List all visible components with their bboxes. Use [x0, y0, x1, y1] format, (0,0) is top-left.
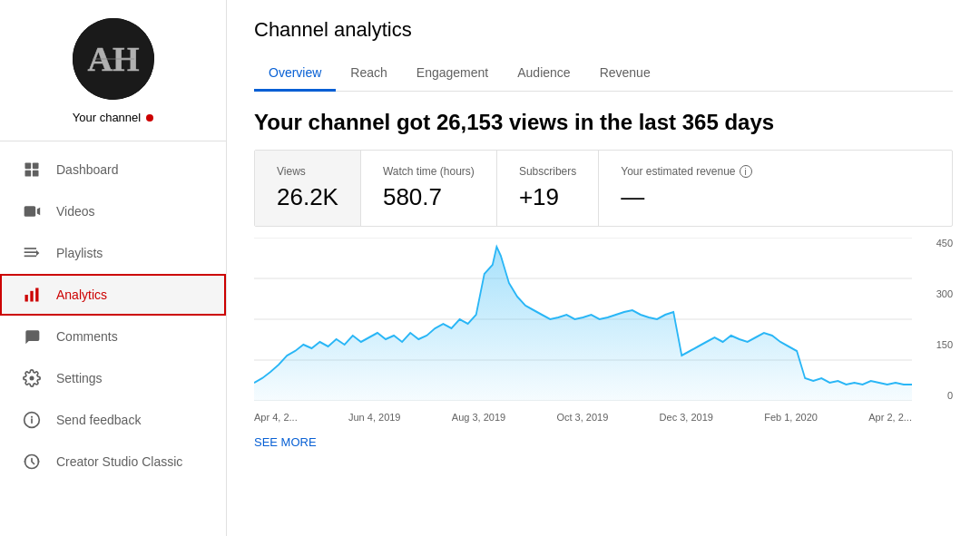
channel-dot-icon — [146, 114, 153, 122]
metric-watch-time-label: Watch time (hours) — [383, 165, 475, 178]
summary-text: Your channel got 26,153 views in the las… — [254, 110, 953, 135]
chart-svg-wrap — [254, 238, 912, 401]
tab-overview[interactable]: Overview — [254, 56, 336, 92]
sidebar-item-videos-label: Videos — [56, 204, 95, 219]
svg-rect-7 — [24, 206, 36, 217]
dashboard-icon — [22, 160, 42, 180]
chart-area: 450 300 150 0 — [254, 238, 953, 536]
svg-point-16 — [30, 376, 34, 381]
tab-audience[interactable]: Audience — [503, 56, 584, 92]
channel-name-label[interactable]: Your channel — [73, 111, 153, 124]
sidebar-item-creator-studio-label: Creator Studio Classic — [56, 454, 182, 469]
y-label-0: 0 — [947, 390, 953, 401]
metric-watch-time[interactable]: Watch time (hours) 580.7 — [361, 151, 497, 226]
see-more-button[interactable]: SEE MORE — [254, 435, 317, 449]
sidebar: AH Your channel Dashboard — [0, 0, 227, 536]
y-label-450: 450 — [936, 238, 953, 249]
svg-rect-15 — [35, 288, 38, 302]
videos-icon — [22, 201, 42, 221]
svg-rect-9 — [24, 248, 36, 249]
svg-rect-11 — [24, 256, 36, 258]
metric-views-value: 26.2K — [277, 183, 338, 211]
analytics-icon — [22, 285, 42, 305]
page-title: Channel analytics — [254, 18, 953, 42]
x-label-4: Dec 3, 2019 — [660, 412, 713, 423]
metric-subscribers[interactable]: Subscribers +19 — [497, 151, 599, 226]
metric-views[interactable]: Views 26.2K — [255, 151, 361, 226]
svg-rect-14 — [30, 291, 33, 302]
y-label-300: 300 — [936, 288, 953, 299]
tab-revenue[interactable]: Revenue — [585, 56, 665, 92]
svg-rect-6 — [33, 171, 39, 177]
sidebar-item-playlists-label: Playlists — [56, 246, 103, 260]
x-label-5: Feb 1, 2020 — [764, 412, 818, 423]
sidebar-divider — [0, 141, 226, 141]
x-label-2: Aug 3, 2019 — [452, 412, 505, 423]
channel-name-text: Your channel — [73, 111, 141, 124]
svg-rect-4 — [33, 163, 39, 170]
metric-subscribers-label: Subscribers — [519, 165, 576, 178]
tab-engagement[interactable]: Engagement — [402, 56, 503, 92]
svg-rect-13 — [25, 295, 28, 302]
metric-views-label: Views — [277, 165, 338, 178]
sidebar-item-analytics-label: Analytics — [56, 287, 107, 302]
metric-watch-time-value: 580.7 — [383, 183, 475, 211]
sidebar-item-settings[interactable]: Settings — [0, 357, 226, 399]
metric-revenue[interactable]: Your estimated revenue i — — [599, 151, 773, 226]
metric-revenue-value: — — [621, 183, 751, 211]
sidebar-channel: AH Your channel — [0, 0, 226, 133]
revenue-info-icon[interactable]: i — [740, 165, 752, 178]
x-label-0: Apr 4, 2... — [254, 412, 298, 423]
x-label-6: Apr 2, 2... — [868, 412, 912, 423]
chart-y-labels: 450 300 150 0 — [916, 238, 953, 401]
avatar: AH — [73, 18, 154, 100]
sidebar-item-creator-studio[interactable]: Creator Studio Classic — [0, 441, 226, 482]
chart-x-labels: Apr 4, 2... Jun 4, 2019 Aug 3, 2019 Oct … — [254, 405, 912, 428]
chart-container: 450 300 150 0 — [254, 238, 953, 428]
metric-subscribers-value: +19 — [519, 183, 576, 211]
main-content: Channel analytics Overview Reach Engagem… — [227, 0, 980, 536]
playlists-icon — [22, 243, 42, 263]
sidebar-item-playlists[interactable]: Playlists — [0, 232, 226, 274]
analytics-tabs: Overview Reach Engagement Audience Reven… — [254, 56, 953, 92]
sidebar-item-analytics[interactable]: Analytics — [0, 274, 226, 316]
svg-rect-5 — [25, 171, 32, 177]
svg-marker-8 — [37, 208, 40, 215]
x-label-1: Jun 4, 2019 — [348, 412, 401, 423]
y-label-150: 150 — [936, 339, 953, 350]
sidebar-item-videos[interactable]: Videos — [0, 190, 226, 232]
creator-studio-icon — [22, 452, 42, 472]
svg-point-20 — [31, 416, 33, 418]
settings-icon — [22, 368, 42, 388]
sidebar-item-settings-label: Settings — [56, 371, 103, 385]
metric-revenue-label: Your estimated revenue i — [621, 165, 751, 178]
svg-rect-10 — [24, 251, 36, 253]
metrics-card: Views 26.2K Watch time (hours) 580.7 Sub… — [254, 150, 953, 227]
sidebar-item-send-feedback[interactable]: Send feedback — [0, 399, 226, 441]
tab-reach[interactable]: Reach — [336, 56, 401, 92]
chart-svg — [254, 238, 912, 401]
sidebar-item-comments[interactable]: Comments — [0, 316, 226, 357]
x-label-3: Oct 3, 2019 — [556, 412, 608, 423]
svg-marker-12 — [36, 250, 39, 257]
sidebar-nav: Dashboard Videos Playlists — [0, 149, 226, 536]
sidebar-item-dashboard-label: Dashboard — [56, 162, 119, 177]
comments-icon — [22, 326, 42, 346]
sidebar-item-send-feedback-label: Send feedback — [56, 413, 141, 427]
feedback-icon — [22, 410, 42, 430]
sidebar-item-comments-label: Comments — [56, 329, 118, 344]
svg-rect-3 — [25, 163, 32, 170]
sidebar-item-dashboard[interactable]: Dashboard — [0, 149, 226, 190]
